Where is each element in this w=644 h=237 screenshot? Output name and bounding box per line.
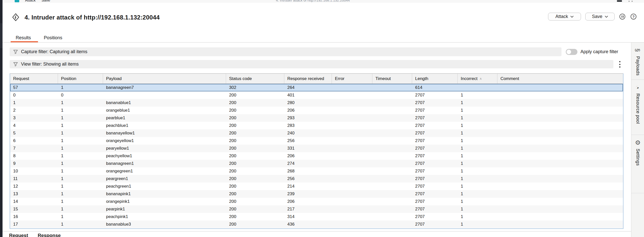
table-cell: orangeyellow1 [103,137,226,145]
table-cell: 1 [458,183,497,190]
table-row[interactable]: 91bananagreen120027427071 [10,160,623,167]
table-cell: 206 [284,198,332,205]
tab-request[interactable]: Request [9,233,28,237]
table-row[interactable]: 171bananablue320043627071 [10,221,623,228]
table-row[interactable]: 81peachyellow120020627071 [10,152,623,160]
column-header-request[interactable]: Request [10,74,58,84]
table-cell: 17 [10,221,58,228]
table-row[interactable]: 121peachgreen120021427071 [10,183,623,190]
table-cell [497,221,622,228]
table-cell: 264 [284,84,332,91]
table-cell: 256 [284,137,332,145]
table-cell: 1 [58,137,103,145]
table-cell [332,190,372,198]
table-cell: 1 [58,107,103,114]
column-header-status-code[interactable]: Status code [226,74,284,84]
view-filter-bar[interactable]: View filter: Showing all items [10,60,613,68]
table-cell [497,183,622,190]
table-cell: 239 [284,190,332,198]
menu-item-save[interactable]: Save [42,0,50,2]
table-row[interactable]: 51bananayellow120024027071 [10,129,623,137]
tab-positions[interactable]: Positions [44,35,62,41]
table-cell: 1 [58,213,103,221]
table-cell: 6 [10,137,58,145]
table-options-menu-icon[interactable] [618,61,622,68]
column-header-comment[interactable]: Comment [497,74,622,84]
table-row[interactable]: 151pearpink120021727071 [10,205,623,213]
table-row[interactable]: 61orangeyellow120025627071 [10,137,623,145]
table-cell: 1 [58,175,103,183]
help-button[interactable]: ? [631,14,636,19]
table-cell [332,213,372,221]
capture-filter-bar[interactable]: Capture filter: Capturing all items [10,47,561,56]
table-row[interactable]: 161peachpink120031427071 [10,213,623,221]
table-cell [497,160,622,167]
table-cell: 1 [58,205,103,213]
tab-response[interactable]: Response [38,233,61,237]
table-row[interactable]: 71pearyellow120033127071 [10,145,623,152]
table-row[interactable]: 101orangegreen120026827071 [10,167,623,175]
table-cell [332,167,372,175]
close-icon[interactable] [632,1,633,2]
table-cell: 200 [226,99,284,107]
table-cell: 1 [458,160,497,167]
minimize-icon[interactable] [617,0,622,2]
toggle-knob [567,50,571,54]
sidebar-tab-settings[interactable]: ⚙ Settings [631,135,644,193]
table-cell [372,221,412,228]
table-cell [372,152,412,160]
pause-attack-button[interactable] [619,14,625,19]
menu-item-attack[interactable]: Attack [25,0,36,2]
save-button[interactable]: Save [585,13,615,21]
results-table-header: RequestPositionPayloadStatus codeRespons… [10,74,623,84]
column-header-incorrect[interactable]: Incorrect∧ [458,74,497,84]
table-row[interactable]: 0020040127071 [10,91,623,99]
table-cell [332,198,372,205]
table-row[interactable]: 41peachblue120028327071 [10,122,623,129]
table-cell: 2707 [412,160,458,167]
column-header-error[interactable]: Error [332,74,372,84]
table-cell: 2707 [412,152,458,160]
table-cell: 1 [458,175,497,183]
table-row[interactable]: 131bananapink120023927071 [10,190,623,198]
table-row[interactable]: 141orangepink120020627071 [10,198,623,205]
table-cell: 1 [458,167,497,175]
table-cell: 293 [284,114,332,122]
table-cell: peachblue1 [103,122,226,129]
column-header-timeout[interactable]: Timeout [372,74,412,84]
table-cell [497,114,622,122]
table-cell: 200 [226,167,284,175]
table-row[interactable]: 31pearblue120029327071 [10,114,623,122]
attack-button-label: Attack [555,14,568,19]
sidebar-tab-resource-pool[interactable]: ◔ Resource pool [631,80,644,135]
save-button-label: Save [592,14,602,19]
table-row[interactable]: 111peargreen120025627071 [10,175,623,183]
pause-icon [621,15,623,18]
table-cell: 2707 [412,198,458,205]
table-cell: 1 [10,99,58,107]
column-header-position[interactable]: Position [58,74,103,84]
table-cell: 3 [10,114,58,122]
table-cell: peachyellow1 [103,152,226,160]
table-cell: 240 [284,129,332,137]
column-header-payload[interactable]: Payload [103,74,226,84]
table-cell [497,107,622,114]
attack-button[interactable]: Attack [548,13,581,21]
table-row[interactable]: 11bananablue120028027071 [10,99,623,107]
table-cell [372,99,412,107]
sidebar-tab-label: Resource pool [635,93,640,124]
table-row[interactable]: 571bananagreen7302264614 [10,84,623,91]
maximize-icon[interactable] [629,1,630,2]
apply-capture-filter-toggle[interactable] [566,49,577,55]
table-cell [332,221,372,228]
column-header-length[interactable]: Length [412,74,458,84]
table-cell [372,175,412,183]
sidebar-tab-payloads[interactable]: § Payloads [631,43,644,80]
table-cell: 268 [284,167,332,175]
column-header-response-received[interactable]: Response received [284,74,332,84]
table-row[interactable]: 21orangeblue120020627071 [10,107,623,114]
table-cell: 200 [226,152,284,160]
table-cell [497,137,622,145]
tab-results[interactable]: Results [16,35,31,41]
table-cell: 1 [458,221,497,228]
